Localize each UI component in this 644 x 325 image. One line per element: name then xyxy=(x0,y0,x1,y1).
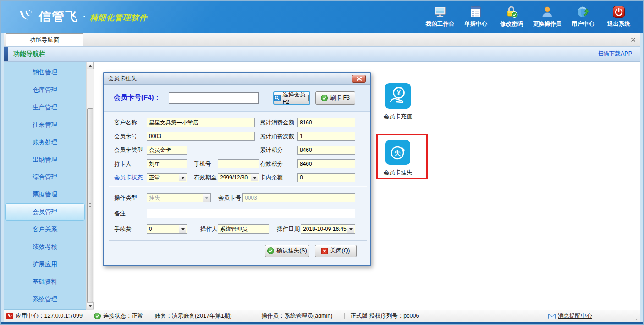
switch-operator-icon xyxy=(540,5,555,19)
status-text: 账套：演示账套(2017年第1期) xyxy=(154,312,231,320)
holder-field[interactable]: 刘星 xyxy=(147,159,187,168)
status-operator: 操作员：系统管理员(admin) xyxy=(262,312,339,320)
operator-field[interactable]: 系统管理员 xyxy=(218,224,269,234)
sidebar-item-comprehensive[interactable]: 综合管理 xyxy=(5,168,85,186)
close-dialog-button[interactable]: 关闭(Q) xyxy=(315,245,357,257)
sidebar-scrollbar[interactable] xyxy=(86,62,94,310)
sidebar-item-cashier[interactable]: 出纳管理 xyxy=(5,151,85,168)
action-switch-operator[interactable]: 更换操作员 xyxy=(529,5,565,28)
sidebar-item-transactions[interactable]: 往来管理 xyxy=(5,116,85,134)
card-status-combo[interactable]: 正常 xyxy=(147,173,187,182)
sidebar-item-accounting[interactable]: 账务处理 xyxy=(5,134,85,151)
magnifier-icon xyxy=(274,95,281,101)
operator-label: 操作人 xyxy=(200,224,218,234)
sidebar-item-membership[interactable]: 会员管理 xyxy=(5,203,85,221)
app-window: 信管飞 · 精细化管理软件 我的工作台 单据中心 修改密码 xyxy=(0,0,644,325)
sidebar-item-performance[interactable]: 绩效考核 xyxy=(5,238,85,256)
remark-field[interactable] xyxy=(147,209,355,218)
window-bottom-edge xyxy=(1,322,643,324)
card-type-field[interactable]: 会员金卡 xyxy=(147,146,187,155)
sidebar-item-production[interactable]: 生产管理 xyxy=(5,99,85,116)
dialog-title: 会员卡挂失 xyxy=(108,75,137,83)
action-change-password[interactable]: 修改密码 xyxy=(494,5,529,28)
swipe-card-button[interactable]: 刷卡 F3 xyxy=(315,91,355,105)
scrollbar-thumb[interactable] xyxy=(87,108,93,302)
total-points-field[interactable]: 8460 xyxy=(297,146,355,155)
total-amount-label: 累计消费金额 xyxy=(260,118,294,127)
status-bar: 应用中心：127.0.0.1:7099 连接状态：正常 账套：演示账套(2017… xyxy=(4,310,640,322)
scroll-down-icon[interactable] xyxy=(87,302,94,309)
sidebar-item-extensions[interactable]: 扩展应用 xyxy=(5,256,85,273)
resize-grip-icon[interactable] xyxy=(634,316,639,320)
button-label: 确认挂失(S) xyxy=(276,247,307,255)
combo-value: 2999/12/30 xyxy=(220,174,248,181)
remark-label: 备注 xyxy=(114,209,126,218)
valid-points-field[interactable]: 8460 xyxy=(297,159,355,168)
logo-swoosh-icon xyxy=(17,9,35,24)
valid-points-label: 有效积分 xyxy=(260,159,283,168)
dialog-title-bar[interactable]: 会员卡挂失 xyxy=(104,73,370,85)
action-document-center[interactable]: 单据中心 xyxy=(458,5,494,28)
status-text: 连接状态：正常 xyxy=(103,312,143,320)
balance-label: 卡内余额 xyxy=(260,173,283,182)
section-divider xyxy=(109,186,367,186)
shortcut-member-recharge[interactable]: ¥ 会员卡充值 xyxy=(373,83,423,121)
chevron-down-icon[interactable] xyxy=(347,225,354,233)
confirm-loss-button[interactable]: 确认挂失(S) xyxy=(265,245,309,257)
member-loss-icon: 失 xyxy=(385,140,410,165)
select-member-button[interactable]: 选择会员F2 xyxy=(273,91,310,105)
card-no-field[interactable]: 0003 xyxy=(147,132,255,141)
holder-label: 持卡人 xyxy=(114,159,132,168)
valid-until-combo[interactable]: 2999/12/30 xyxy=(218,173,259,182)
total-count-field[interactable]: 1 xyxy=(297,132,355,141)
sidebar-item-basic-data[interactable]: 基础资料 xyxy=(5,273,85,291)
shortcut-member-loss[interactable]: 失 会员卡挂失 xyxy=(373,140,423,177)
button-label: 关闭(Q) xyxy=(330,247,350,255)
status-divider xyxy=(88,313,88,319)
action-exit-system[interactable]: 退出系统 xyxy=(601,5,637,28)
member-recharge-icon: ¥ xyxy=(385,83,411,109)
member-card-loss-dialog: 会员卡挂失 会员卡号(F4)： 选择会员F2 刷卡 F3 客户名称 星星文具第一… xyxy=(103,72,371,266)
mobile-field[interactable] xyxy=(218,159,259,168)
action-user-center[interactable]: 用户中心 xyxy=(565,5,601,28)
card-number-input[interactable] xyxy=(169,92,259,104)
total-amount-field[interactable]: 8160 xyxy=(297,118,355,127)
scroll-up-icon[interactable] xyxy=(87,62,94,69)
svg-text:失: 失 xyxy=(394,149,401,157)
card-status-label[interactable]: 会员卡状态 xyxy=(114,173,143,182)
action-label: 更换操作员 xyxy=(533,20,562,28)
mobile-label: 手机号 xyxy=(194,159,211,168)
nav-accent-bar xyxy=(4,47,8,61)
check-icon xyxy=(321,95,328,101)
action-label: 单据中心 xyxy=(464,20,487,28)
close-icon[interactable] xyxy=(629,36,637,43)
combo-value: 挂失 xyxy=(149,195,160,201)
sidebar-item-sales[interactable]: 销售管理 xyxy=(5,64,85,81)
status-divider xyxy=(344,313,345,319)
chevron-down-icon[interactable] xyxy=(179,174,186,181)
download-app-link[interactable]: 扫描下载APP xyxy=(598,50,632,58)
op-type-label: 操作类型 xyxy=(114,193,137,202)
chevron-down-icon[interactable] xyxy=(251,174,258,181)
mini-logo-icon xyxy=(6,313,13,319)
status-text: 操作员：系统管理员(admin) xyxy=(262,312,333,320)
balance-field[interactable]: 0 xyxy=(297,173,355,182)
sidebar-item-bills[interactable]: 票据管理 xyxy=(5,186,85,203)
chevron-down-icon[interactable] xyxy=(179,225,186,233)
action-my-workbench[interactable]: 我的工作台 xyxy=(422,5,458,28)
nav-title: 功能导航栏 xyxy=(13,50,45,58)
message-center-link[interactable]: 消息提醒中心 xyxy=(548,312,592,320)
status-license: 正式版 授权序列号：pc006 xyxy=(350,312,419,320)
customer-name-field[interactable]: 星星文具第一小学店 xyxy=(147,118,255,127)
lock-check-icon xyxy=(504,5,519,19)
fee-combo[interactable]: 0 xyxy=(147,224,187,234)
sidebar-item-system[interactable]: 系统管理 xyxy=(5,291,85,308)
combo-value: 正常 xyxy=(149,174,160,181)
sidebar-item-customer-relations[interactable]: 客户关系 xyxy=(5,221,85,238)
dialog-close-icon[interactable] xyxy=(352,75,366,83)
sidebar-item-warehouse[interactable]: 仓库管理 xyxy=(5,81,85,99)
button-label: 选择会员F2 xyxy=(283,91,309,105)
op-date-combo[interactable]: 2018-10-09 16:45 xyxy=(301,224,355,234)
tab-function-navigation[interactable]: 功能导航窗 xyxy=(6,33,83,46)
envelope-icon xyxy=(548,314,556,319)
